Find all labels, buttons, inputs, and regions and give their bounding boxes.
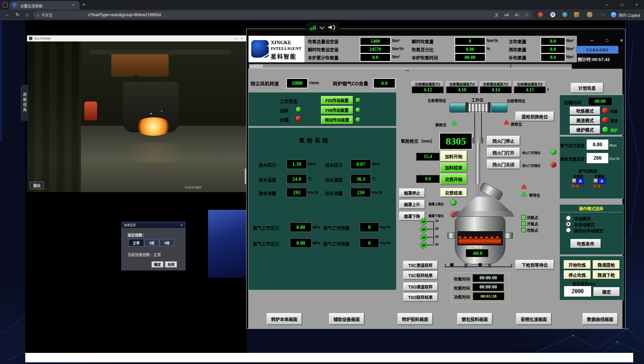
iron-end-button[interactable]: 兑铁结束 [440,188,467,197]
close-oxygen-point-checkbox[interactable] [521,215,526,219]
hmi-minimize-icon[interactable]: ─ [590,38,593,43]
start-blowing-button[interactable]: 开始吹炼 [564,260,591,269]
extension-icon[interactable] [538,12,543,17]
home-icon[interactable]: ⌂ [26,12,28,17]
read-aloud-icon[interactable]: A) [515,13,519,17]
stop-blowing-button[interactable]: 停止吹炼 [564,270,591,279]
blow-point-checkbox[interactable] [521,228,526,232]
extension-icon[interactable] [562,12,567,17]
blowing-mode-button[interactable]: 吹炼模式 [570,107,600,115]
blowing-tag: 吹炼 [610,109,618,114]
fire-door-close-limit-lamp [551,162,556,168]
nav-converter-body-button[interactable]: 转炉本体画面 [267,313,302,325]
viewer-titlebar[interactable]: ZLLCVirtual □ × [27,35,246,42]
favorite-star-icon[interactable]: ☆ [525,12,529,18]
row-value: 210 [351,188,371,197]
viewer-maximize-icon[interactable]: □ [235,37,237,40]
lower-to-wait-button[interactable]: 下枪到等待位 [516,260,554,269]
window-close-icon[interactable]: × [636,2,638,7]
tso-measure-button[interactable]: TSO测温取样 [403,282,438,291]
viewer-3d-scene[interactable]: 退出 V2.8.0.2303 [27,41,246,192]
nav-audio-slag-button[interactable]: 音频化渣画面 [516,313,551,325]
workspaces-icon[interactable] [3,2,8,7]
speed-dialog-close-icon[interactable]: × [181,223,183,227]
refresh-icon[interactable]: ↻ [16,12,20,17]
semi-auto-mode-radio[interactable] [566,221,571,226]
nav-data-curve-button[interactable]: 数据曲线画面 [583,313,618,325]
tsc-measure-button[interactable]: TSC测温取样 [403,261,438,269]
background-window[interactable] [208,210,246,278]
raise-to-swap-button[interactable]: 提枪到换枪位 [516,112,554,121]
viewer-close-icon[interactable]: × [241,37,243,40]
stat-value: 00:00 [455,53,486,62]
extension-icon[interactable]: W [550,12,555,17]
translate-icon[interactable]: 文 [495,12,498,18]
tso-result-button[interactable]: TSO取样结果 [403,293,438,301]
window-minimize-icon[interactable]: ─ [606,2,609,7]
oxygen-pressure-set-label: 氧气压力设定 [560,143,585,148]
browser-tab[interactable]: 点量云流系统 × [9,1,80,9]
address-bar[interactable]: ⚠ 不安全 s?loadType=auto&group=6fdnw219850d… [33,11,533,19]
fire-door-close-button[interactable]: 挡火门关闭 [487,159,520,169]
avatar[interactable] [587,12,592,18]
feed-start-button[interactable]: 加料开始 [440,151,467,161]
url-text[interactable]: s?loadType=auto&group=6fdnw219850d [88,12,161,17]
speed-option-normal[interactable]: 正常 [128,239,144,246]
new-tab-button[interactable]: + [82,1,85,7]
maintenance-mode-button[interactable]: 维护模式 [570,125,600,134]
signal-strength-icon[interactable] [310,25,316,30]
tapping-label: 出钢 [280,116,289,123]
browser-menu-icon[interactable]: ⋯ [601,12,606,17]
f05-drive-lamp [355,97,361,103]
chevron-down-icon[interactable] [320,24,324,29]
speed-option-4x[interactable]: 4倍 [159,239,174,246]
dialog-ok-button[interactable]: 确定 [151,261,164,268]
slag-splash-mode-button[interactable]: 溅渣模式 [570,116,600,124]
blowing-condition-button[interactable]: 吹炼条件 [570,239,601,248]
browser-tab-strip: 点量云流系统 × + ─ □ × [0,0,644,9]
fire-door-open-button[interactable]: 挡火门打开 [487,148,520,157]
dialog-close-button[interactable]: 关闭 [165,261,177,268]
speed-dialog-titlebar[interactable]: 加速设定 × [122,222,185,228]
font-size-icon[interactable]: aA [504,13,509,17]
vessel-window [458,231,503,245]
viewer-exit-button[interactable]: 退出 [30,182,44,189]
tilt-drive-button[interactable]: 倾动传动装置 [321,116,353,124]
speed-option-2x[interactable]: 2倍 [144,239,159,246]
iron-start-button[interactable]: 兑铁开始 [440,174,467,184]
nav-converter-charge-button[interactable]: 转炉投料画面 [398,313,433,325]
footer-bar[interactable] [25,353,633,362]
lance-setpoint-input[interactable]: 2000 [564,286,591,297]
manual-mode-radio[interactable] [566,215,571,220]
hood-up-button[interactable]: 烟罩上升 [399,200,425,209]
confirm-button[interactable]: 确定 [593,287,620,296]
f05-drive-button[interactable]: F05传动装置 [321,96,353,104]
fire-door-stop-button[interactable]: 挡火门停止 [487,136,520,145]
speaker-icon[interactable] [328,25,335,30]
window-maximize-icon[interactable]: □ [621,2,623,7]
feed-end-button[interactable]: 加料结束 [440,162,467,172]
hood-stop-button[interactable]: 烟罩停止 [399,188,425,197]
copilot-button[interactable]: 询问 Copilot [611,11,640,19]
trim-raise-lance-button[interactable]: 微调提枪 [593,260,620,269]
nav-ladle-charge-button[interactable]: 钢包投料画面 [457,313,492,325]
hmi-close-icon[interactable]: × [620,38,623,43]
scroll-track[interactable] [249,64,572,69]
tsc-result-button[interactable]: TSC取样结果 [403,271,438,279]
back-icon[interactable]: ← [5,12,9,17]
console-manual-mode-radio[interactable] [566,228,571,233]
motor-number: 1# [435,219,439,223]
bottom-blow-set-input[interactable]: 200 [586,153,609,163]
nav-auxiliary-button[interactable]: 辅助设备画面 [329,313,364,325]
view-angle-tab[interactable]: 观察视角 [21,85,28,121]
f06-drive-button[interactable]: F06传动装置 [321,106,353,114]
plan-info-button[interactable]: 计划信息 [571,83,603,93]
hmi-maximize-icon[interactable]: □ [606,38,608,43]
scroll-thumb[interactable] [249,64,263,68]
oxygen-pressure-set-input[interactable]: 0.80 [586,139,609,150]
tab-title: 点量云流系统 [20,3,42,8]
trim-lower-lance-button[interactable]: 微调下枪 [593,270,620,279]
extension-icon[interactable] [574,12,579,17]
open-oxygen-point-checkbox[interactable] [521,221,526,226]
tab-close-icon[interactable]: × [72,3,75,7]
